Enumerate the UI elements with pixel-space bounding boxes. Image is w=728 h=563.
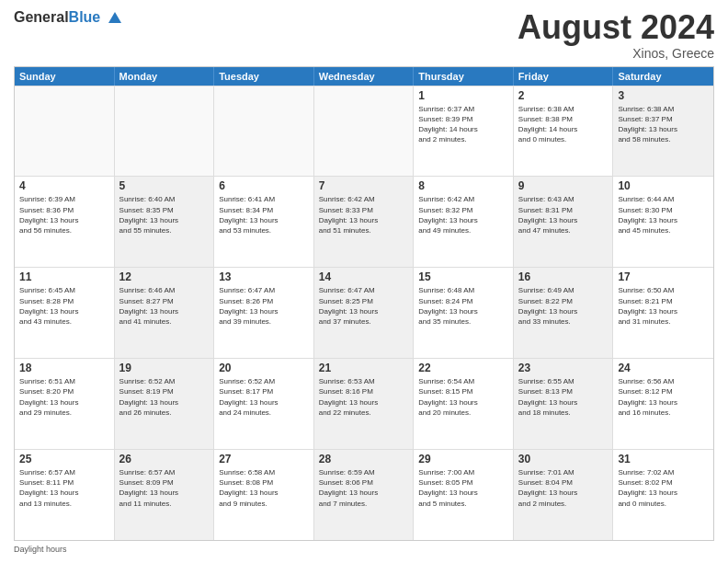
cal-cell: 8Sunrise: 6:42 AM Sunset: 8:32 PM Daylig… xyxy=(414,177,514,267)
cal-cell: 23Sunrise: 6:55 AM Sunset: 8:13 PM Dayli… xyxy=(514,359,614,449)
day-info: Sunrise: 6:50 AM Sunset: 8:21 PM Dayligh… xyxy=(618,285,709,327)
day-number: 17 xyxy=(618,270,709,283)
day-info: Sunrise: 6:59 AM Sunset: 8:06 PM Dayligh… xyxy=(319,467,409,509)
cal-header-day: Saturday xyxy=(613,67,713,86)
day-number: 5 xyxy=(119,179,210,192)
day-number: 11 xyxy=(19,270,109,283)
cal-cell: 25Sunrise: 6:57 AM Sunset: 8:11 PM Dayli… xyxy=(15,450,115,540)
day-number: 22 xyxy=(418,362,508,374)
day-info: Sunrise: 6:42 AM Sunset: 8:32 PM Dayligh… xyxy=(418,194,508,236)
day-number: 6 xyxy=(219,179,309,192)
day-number: 23 xyxy=(518,362,609,374)
day-number: 26 xyxy=(119,453,210,465)
day-info: Sunrise: 6:49 AM Sunset: 8:22 PM Dayligh… xyxy=(518,285,609,327)
day-info: Sunrise: 6:51 AM Sunset: 8:20 PM Dayligh… xyxy=(19,376,109,418)
logo-icon xyxy=(107,10,123,27)
cal-header-day: Friday xyxy=(514,67,614,86)
day-info: Sunrise: 7:01 AM Sunset: 8:04 PM Dayligh… xyxy=(518,467,609,509)
cal-cell: 14Sunrise: 6:47 AM Sunset: 8:25 PM Dayli… xyxy=(314,268,415,358)
cal-cell: 9Sunrise: 6:43 AM Sunset: 8:31 PM Daylig… xyxy=(514,177,614,267)
day-number: 30 xyxy=(518,453,609,465)
day-number: 18 xyxy=(19,362,109,374)
day-info: Sunrise: 6:43 AM Sunset: 8:31 PM Dayligh… xyxy=(518,194,609,236)
day-number: 24 xyxy=(618,362,709,374)
day-info: Sunrise: 6:57 AM Sunset: 8:11 PM Dayligh… xyxy=(19,467,109,509)
calendar: SundayMondayTuesdayWednesdayThursdayFrid… xyxy=(14,66,714,541)
cal-cell: 21Sunrise: 6:53 AM Sunset: 8:16 PM Dayli… xyxy=(314,359,415,449)
cal-week-row: 1Sunrise: 6:37 AM Sunset: 8:39 PM Daylig… xyxy=(15,86,713,177)
day-info: Sunrise: 6:47 AM Sunset: 8:26 PM Dayligh… xyxy=(219,285,309,327)
cal-cell: 26Sunrise: 6:57 AM Sunset: 8:09 PM Dayli… xyxy=(115,450,215,540)
day-info: Sunrise: 6:48 AM Sunset: 8:24 PM Dayligh… xyxy=(418,285,508,327)
logo: GeneralBlue xyxy=(14,9,123,27)
calendar-header: SundayMondayTuesdayWednesdayThursdayFrid… xyxy=(15,67,713,86)
logo-blue: Blue xyxy=(69,9,101,25)
cal-cell xyxy=(15,86,115,177)
cal-cell: 2Sunrise: 6:38 AM Sunset: 8:38 PM Daylig… xyxy=(514,86,614,177)
day-number: 29 xyxy=(418,453,508,465)
cal-cell: 6Sunrise: 6:41 AM Sunset: 8:34 PM Daylig… xyxy=(214,177,314,267)
day-number: 16 xyxy=(518,270,609,283)
day-number: 9 xyxy=(518,179,609,192)
page: GeneralBlue August 2024 Xinos, Greece Su… xyxy=(0,0,728,563)
cal-cell: 30Sunrise: 7:01 AM Sunset: 8:04 PM Dayli… xyxy=(514,450,614,540)
day-info: Sunrise: 6:55 AM Sunset: 8:13 PM Dayligh… xyxy=(518,376,609,418)
footer-text: Daylight hours xyxy=(14,545,67,554)
day-number: 15 xyxy=(418,270,508,283)
cal-cell: 10Sunrise: 6:44 AM Sunset: 8:30 PM Dayli… xyxy=(613,177,713,267)
logo-general: General xyxy=(14,9,69,25)
day-number: 21 xyxy=(319,362,409,374)
day-number: 31 xyxy=(618,453,709,465)
cal-cell: 31Sunrise: 7:02 AM Sunset: 8:02 PM Dayli… xyxy=(613,450,713,540)
day-number: 3 xyxy=(618,89,709,102)
day-info: Sunrise: 6:38 AM Sunset: 8:38 PM Dayligh… xyxy=(518,104,609,145)
day-info: Sunrise: 6:57 AM Sunset: 8:09 PM Dayligh… xyxy=(119,467,210,509)
day-info: Sunrise: 6:40 AM Sunset: 8:35 PM Dayligh… xyxy=(119,194,210,236)
cal-cell: 3Sunrise: 6:38 AM Sunset: 8:37 PM Daylig… xyxy=(613,86,713,177)
day-number: 20 xyxy=(219,362,309,374)
cal-header-day: Wednesday xyxy=(314,67,415,86)
cal-cell xyxy=(314,86,415,177)
day-info: Sunrise: 6:44 AM Sunset: 8:30 PM Dayligh… xyxy=(618,194,709,236)
day-number: 8 xyxy=(418,179,508,192)
day-info: Sunrise: 6:41 AM Sunset: 8:34 PM Dayligh… xyxy=(219,194,309,236)
cal-header-day: Tuesday xyxy=(214,67,314,86)
cal-week-row: 25Sunrise: 6:57 AM Sunset: 8:11 PM Dayli… xyxy=(15,449,713,540)
cal-cell: 28Sunrise: 6:59 AM Sunset: 8:06 PM Dayli… xyxy=(314,450,415,540)
cal-cell: 18Sunrise: 6:51 AM Sunset: 8:20 PM Dayli… xyxy=(15,359,115,449)
cal-cell: 4Sunrise: 6:39 AM Sunset: 8:36 PM Daylig… xyxy=(15,177,115,267)
cal-cell: 11Sunrise: 6:45 AM Sunset: 8:28 PM Dayli… xyxy=(15,268,115,358)
cal-cell: 27Sunrise: 6:58 AM Sunset: 8:08 PM Dayli… xyxy=(214,450,314,540)
cal-cell: 24Sunrise: 6:56 AM Sunset: 8:12 PM Dayli… xyxy=(613,359,713,449)
day-info: Sunrise: 6:53 AM Sunset: 8:16 PM Dayligh… xyxy=(319,376,409,418)
calendar-body: 1Sunrise: 6:37 AM Sunset: 8:39 PM Daylig… xyxy=(15,86,713,540)
cal-cell: 19Sunrise: 6:52 AM Sunset: 8:19 PM Dayli… xyxy=(115,359,215,449)
day-info: Sunrise: 6:39 AM Sunset: 8:36 PM Dayligh… xyxy=(19,194,109,236)
day-number: 10 xyxy=(618,179,709,192)
cal-cell xyxy=(115,86,215,177)
day-number: 19 xyxy=(119,362,210,374)
month-title: August 2024 xyxy=(518,9,714,46)
day-info: Sunrise: 6:42 AM Sunset: 8:33 PM Dayligh… xyxy=(319,194,409,236)
cal-week-row: 4Sunrise: 6:39 AM Sunset: 8:36 PM Daylig… xyxy=(15,176,713,267)
day-info: Sunrise: 6:52 AM Sunset: 8:19 PM Dayligh… xyxy=(119,376,210,418)
day-info: Sunrise: 6:56 AM Sunset: 8:12 PM Dayligh… xyxy=(618,376,709,418)
day-number: 27 xyxy=(219,453,309,465)
footer: Daylight hours xyxy=(14,545,714,554)
cal-cell xyxy=(214,86,314,177)
day-number: 25 xyxy=(19,453,109,465)
cal-cell: 15Sunrise: 6:48 AM Sunset: 8:24 PM Dayli… xyxy=(414,268,514,358)
logo-text: GeneralBlue xyxy=(14,9,123,27)
cal-cell: 20Sunrise: 6:52 AM Sunset: 8:17 PM Dayli… xyxy=(214,359,314,449)
cal-header-day: Monday xyxy=(115,67,215,86)
cal-header-day: Sunday xyxy=(15,67,115,86)
day-number: 2 xyxy=(518,89,609,102)
day-info: Sunrise: 6:38 AM Sunset: 8:37 PM Dayligh… xyxy=(618,104,709,145)
cal-cell: 16Sunrise: 6:49 AM Sunset: 8:22 PM Dayli… xyxy=(514,268,614,358)
cal-header-day: Thursday xyxy=(414,67,514,86)
day-info: Sunrise: 7:00 AM Sunset: 8:05 PM Dayligh… xyxy=(418,467,508,509)
cal-week-row: 18Sunrise: 6:51 AM Sunset: 8:20 PM Dayli… xyxy=(15,358,713,449)
day-info: Sunrise: 6:52 AM Sunset: 8:17 PM Dayligh… xyxy=(219,376,309,418)
header: GeneralBlue August 2024 Xinos, Greece xyxy=(14,9,714,61)
day-number: 4 xyxy=(19,179,109,192)
